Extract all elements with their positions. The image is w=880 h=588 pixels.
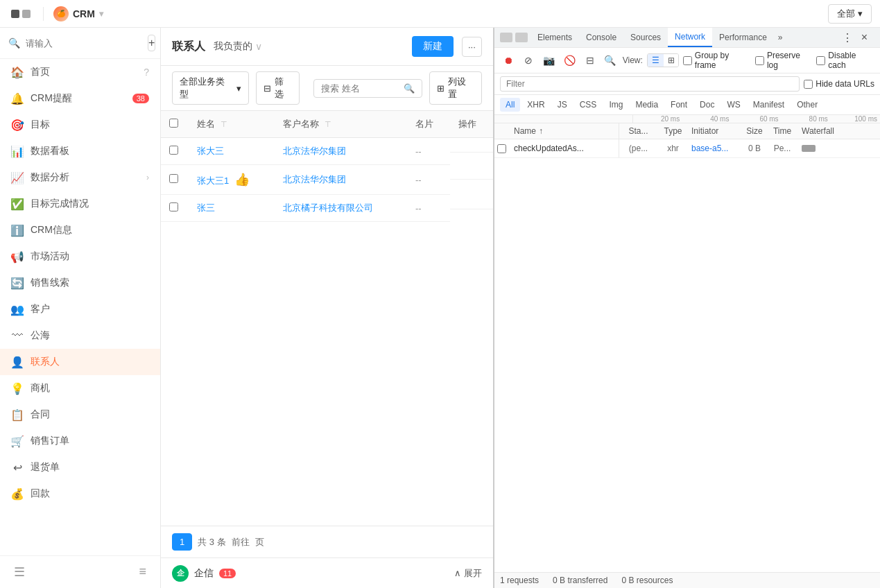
new-button[interactable]: 新建 <box>412 36 454 57</box>
record-button[interactable]: ⏺ <box>500 52 516 69</box>
net-size-header[interactable]: Size <box>741 123 768 139</box>
sidebar-item-dashboard[interactable]: 📊 数据看板 <box>0 138 160 164</box>
tab-elements[interactable]: Elements <box>530 28 579 46</box>
sidebar-bottom-icon-right[interactable]: ≡ <box>139 564 146 580</box>
sidebar-item-crm-info[interactable]: ℹ️ CRM信息 <box>0 217 160 243</box>
select-all-checkbox[interactable] <box>169 119 178 128</box>
sidebar-item-opportunities[interactable]: 💡 商机 <box>0 375 160 401</box>
disable-cache-checkbox[interactable] <box>816 56 825 65</box>
clear-button[interactable]: 🚫 <box>561 52 577 69</box>
col-settings-button[interactable]: ⊞ 列设置 <box>429 71 482 105</box>
chevron-up-icon: ∧ <box>454 568 461 578</box>
stop-button[interactable]: ⊘ <box>520 52 536 69</box>
preserve-log-checkbox[interactable] <box>755 56 764 65</box>
tab-network[interactable]: Network <box>668 28 712 47</box>
sidebar-item-data-analysis[interactable]: 📈 数据分析 › <box>0 164 160 191</box>
info-icon: ℹ️ <box>11 224 24 236</box>
filter-button[interactable]: ⊟ 筛选 <box>256 71 300 105</box>
customer-name-1[interactable]: 北京法华尔集团 <box>283 146 346 156</box>
sidebar-item-refunds[interactable]: 💰 回款 <box>0 481 160 507</box>
subtab-font[interactable]: Font <box>665 98 693 112</box>
search-name-input[interactable] <box>321 83 399 94</box>
more-tabs-button[interactable]: » <box>774 28 787 46</box>
contact-name-2[interactable]: 张大三1 <box>197 175 229 186</box>
hide-data-urls-label[interactable]: Hide data URLs <box>804 79 874 89</box>
sidebar-item-crm-reminder[interactable]: 🔔 CRM提醒 38 <box>0 85 160 112</box>
customer-name-3[interactable]: 北京橘子科技有限公司 <box>283 202 373 213</box>
group-by-frame-checkbox[interactable] <box>683 56 692 65</box>
sidebar-item-ocean[interactable]: 〰 公海 <box>0 322 160 349</box>
net-initiator-header[interactable]: Initiator <box>689 123 741 139</box>
camera-button[interactable]: 📷 <box>541 52 557 69</box>
sidebar-search-bar: 🔍 + <box>0 28 160 59</box>
biz-type-select[interactable]: 全部业务类型 ▾ <box>172 71 249 105</box>
tab-sources[interactable]: Sources <box>623 28 668 46</box>
page-1-button[interactable]: 1 <box>172 533 192 551</box>
more-options-button[interactable]: ··· <box>462 37 482 57</box>
subtab-js[interactable]: JS <box>552 98 573 112</box>
subtab-doc[interactable]: Doc <box>694 98 720 112</box>
network-row-1[interactable]: checkUpdatedAs... (pe... xhr base-a5... … <box>494 139 880 158</box>
sidebar-item-targets[interactable]: 🎯 目标 <box>0 112 160 138</box>
sidebar-search-input[interactable] <box>26 38 142 49</box>
tab-console[interactable]: Console <box>579 28 623 46</box>
group-by-frame-label[interactable]: Group by frame <box>683 51 751 70</box>
filter-all-button[interactable]: 全部 ▾ <box>828 4 872 24</box>
subtab-manifest[interactable]: Manifest <box>748 98 790 112</box>
net-type-header[interactable]: Type <box>657 123 689 139</box>
subtab-ws[interactable]: WS <box>721 98 745 112</box>
filter-toggle-button[interactable]: ⊟ <box>582 52 598 69</box>
sidebar-add-button[interactable]: + <box>148 35 155 51</box>
preserve-log-label[interactable]: Preserve log <box>755 51 812 70</box>
list-view-button[interactable]: ☰ <box>648 54 664 67</box>
row-checkbox-2[interactable] <box>169 174 178 183</box>
contact-name-3[interactable]: 张三 <box>197 202 215 213</box>
sidebar-item-target-completion[interactable]: ✅ 目标完成情况 <box>0 191 160 217</box>
sidebar-item-contacts[interactable]: 👤 联系人 <box>0 349 160 375</box>
sidebar-item-returns[interactable]: ↩ 退货单 <box>0 454 160 481</box>
win-close[interactable] <box>11 10 19 18</box>
subtab-css[interactable]: CSS <box>574 98 603 112</box>
contact-name-1[interactable]: 张大三 <box>197 146 224 156</box>
sidebar-item-contracts[interactable]: 📋 合同 <box>0 401 160 428</box>
name-filter-icon[interactable]: ⊤ <box>221 120 227 128</box>
sidebar-item-sales-leads[interactable]: 🔄 销售线索 <box>0 270 160 296</box>
ms-40: 40 ms <box>682 115 732 123</box>
grid-view-button[interactable]: ⊞ <box>664 54 679 67</box>
net-waterfall-header[interactable]: Waterfall <box>796 123 880 139</box>
win-minimize[interactable] <box>22 10 31 18</box>
sidebar-item-home[interactable]: 🏠 首页 ? <box>0 59 160 85</box>
customer-name-2[interactable]: 北京法华尔集团 <box>283 174 346 184</box>
disable-cache-label[interactable]: Disable cach <box>816 51 874 70</box>
app-dropdown-icon[interactable]: ▾ <box>99 9 103 19</box>
hide-data-urls-checkbox[interactable] <box>804 80 813 89</box>
devtools-ctrl-2[interactable] <box>515 33 528 42</box>
subtab-all[interactable]: All <box>500 98 520 112</box>
subtab-xhr[interactable]: XHR <box>521 98 550 112</box>
customer-filter-icon[interactable]: ⊤ <box>325 120 331 128</box>
expand-button[interactable]: ∧ 展开 <box>454 567 482 580</box>
tab-performance[interactable]: Performance <box>712 28 774 46</box>
sidebar-bottom-icon-left[interactable]: ☰ <box>14 564 25 580</box>
subtab-media[interactable]: Media <box>630 98 664 112</box>
row-checkbox-3[interactable] <box>169 202 178 211</box>
target-icon: 🎯 <box>11 119 24 131</box>
sidebar-item-market-activities[interactable]: 📢 市场活动 <box>0 243 160 270</box>
devtools-subtabs: All XHR JS CSS Img Media Font Doc <box>494 95 880 115</box>
net-row-checkbox-1[interactable] <box>497 144 506 153</box>
net-time-header[interactable]: Time <box>768 123 796 139</box>
row-checkbox-1[interactable] <box>169 146 178 155</box>
net-status-header[interactable]: Sta... <box>619 123 657 139</box>
devtools-options-icon[interactable]: ⋮ <box>842 31 853 44</box>
subtab-other[interactable]: Other <box>791 98 823 112</box>
filter-input[interactable] <box>500 76 800 92</box>
sidebar-item-customers[interactable]: 👥 客户 <box>0 296 160 322</box>
subtitle-dropdown[interactable]: 我负责的 ∨ <box>214 40 262 53</box>
sidebar-item-sales-orders[interactable]: 🛒 销售订单 <box>0 428 160 454</box>
logo-icon: 🍊 <box>53 6 69 21</box>
net-name-header[interactable]: Name ↑ <box>508 123 619 139</box>
devtools-ctrl-1[interactable] <box>500 33 512 42</box>
subtab-img[interactable]: Img <box>603 98 628 112</box>
search-button[interactable]: 🔍 <box>602 52 618 69</box>
devtools-close-button[interactable]: × <box>856 28 873 46</box>
